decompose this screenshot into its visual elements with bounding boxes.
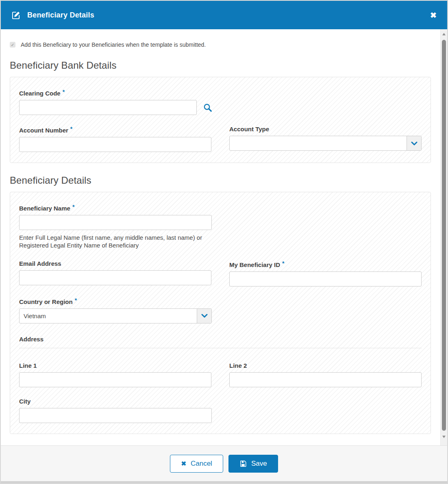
required-asterisk: *	[282, 260, 284, 267]
save-button-label: Save	[251, 460, 267, 468]
account-type-value	[230, 136, 407, 150]
scroll-down-icon[interactable]	[442, 436, 446, 438]
modal-body: ✓ Add this Beneficiary to your Beneficia…	[1, 29, 447, 445]
beneficiary-id-label: My Beneficiary ID*	[229, 260, 422, 268]
beneficiary-id-field: My Beneficiary ID*	[229, 260, 422, 286]
beneficiary-section-heading: Beneficiary Details	[10, 175, 431, 186]
note-row: ✓ Add this Beneficiary to your Beneficia…	[10, 41, 431, 48]
beneficiary-id-input[interactable]	[229, 271, 422, 286]
line2-label: Line 2	[229, 362, 422, 369]
account-type-label: Account Type	[229, 126, 422, 132]
address-group-label: Address	[19, 336, 422, 343]
beneficiary-details-panel: Beneficiary Name* Enter Full Legal Name …	[10, 192, 431, 434]
edit-pen-square-icon	[11, 11, 21, 20]
save-floppy-icon	[239, 460, 247, 467]
modal-bottom-edge	[1, 481, 447, 483]
required-asterisk: *	[70, 126, 72, 132]
beneficiary-name-input[interactable]	[19, 215, 212, 230]
required-asterisk: *	[72, 204, 74, 210]
line1-input[interactable]	[19, 372, 211, 387]
modal-title: Beneficiary Details	[27, 11, 94, 20]
save-button[interactable]: Save	[228, 455, 278, 473]
clearing-code-input[interactable]	[19, 100, 197, 115]
required-asterisk: *	[63, 89, 65, 95]
chevron-down-icon[interactable]	[197, 309, 211, 323]
account-number-field: Account Number*	[19, 126, 211, 152]
country-field: Country or Region* Vietnam	[19, 297, 212, 323]
clearing-code-label: Clearing Code*	[19, 89, 422, 97]
line2-input[interactable]	[229, 372, 422, 387]
close-icon[interactable]: ✖	[430, 11, 437, 19]
required-asterisk: *	[75, 297, 77, 304]
scrollbar-thumb[interactable]	[442, 40, 446, 431]
clearing-code-field: Clearing Code*	[19, 89, 422, 115]
cancel-button-label: Cancel	[191, 460, 212, 468]
line1-label: Line 1	[19, 362, 211, 369]
country-value: Vietnam	[20, 309, 197, 323]
bank-section-heading: Beneficiary Bank Details	[10, 60, 431, 71]
email-field: Email Address	[19, 260, 211, 286]
check-icon: ✓	[11, 43, 14, 47]
note-label: Add this Beneficiary to your Beneficiari…	[21, 41, 206, 48]
email-input[interactable]	[19, 270, 211, 285]
city-label: City	[19, 398, 212, 405]
beneficiary-name-field: Beneficiary Name* Enter Full Legal Name …	[19, 204, 422, 250]
account-type-select[interactable]	[229, 136, 422, 151]
bank-details-panel: Clearing Code*	[10, 77, 431, 163]
city-field: City	[19, 398, 212, 423]
scroll-up-icon[interactable]	[442, 33, 446, 35]
account-number-label: Account Number*	[19, 126, 211, 134]
scrollbar[interactable]	[440, 29, 447, 445]
address-line1-field: Line 1	[19, 362, 211, 387]
address-divider	[19, 348, 422, 348]
add-beneficiary-checkbox[interactable]: ✓	[10, 42, 15, 48]
cancel-x-icon: ✖	[181, 460, 186, 467]
country-label: Country or Region*	[19, 297, 212, 305]
city-input[interactable]	[19, 408, 212, 423]
email-label: Email Address	[19, 260, 211, 267]
chevron-down-icon[interactable]	[407, 136, 421, 150]
country-select[interactable]: Vietnam	[19, 308, 212, 323]
address-line2-field: Line 2	[229, 362, 422, 387]
account-number-input[interactable]	[19, 137, 211, 152]
beneficiary-details-modal: Beneficiary Details ✖ ✓ Add this Benefic…	[0, 0, 448, 484]
account-type-field: Account Type	[229, 126, 422, 152]
beneficiary-name-help: Enter Full Legal Name (first name, any m…	[19, 234, 217, 250]
modal-footer: ✖ Cancel Save	[1, 445, 447, 481]
modal-header: Beneficiary Details ✖	[1, 1, 447, 29]
search-icon[interactable]	[203, 103, 212, 112]
beneficiary-name-label: Beneficiary Name*	[19, 204, 422, 212]
cancel-button[interactable]: ✖ Cancel	[170, 455, 223, 473]
